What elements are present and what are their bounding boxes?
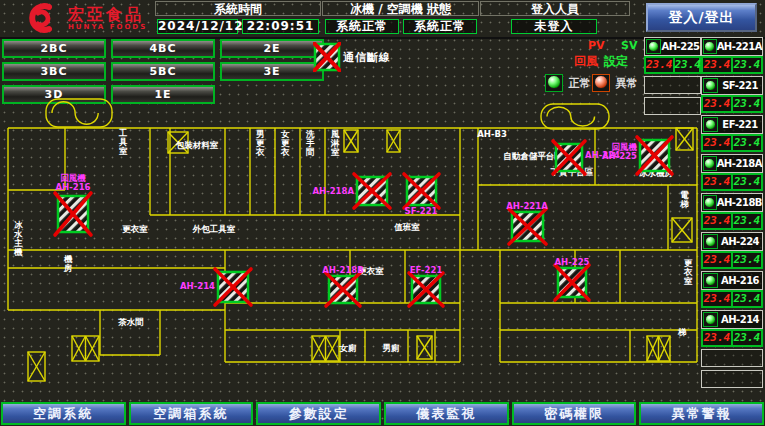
unit-name-label: AH-214 — [718, 314, 762, 325]
unit-panel-a: AH-22523.423.4 — [644, 37, 701, 118]
unit-temps-AH-218A: 23.423.4 — [701, 173, 763, 191]
fan-label: AH-216 — [56, 182, 91, 192]
unit-name-label: AH-218B — [717, 197, 762, 208]
sv-value: 23.4 — [675, 58, 702, 72]
room-label: AH-B3 — [477, 129, 507, 139]
room-label: 女更衣 — [280, 129, 290, 157]
room-label: 冰水主機 — [13, 220, 23, 257]
fan-label: EF-221 — [410, 265, 443, 275]
floor-plan: 工具室包裝材料室冰水主機機房更衣室外包工具室男更衣女更衣洗手間風淋室AH-B3自… — [0, 90, 705, 402]
sv-value: 23.4 — [733, 136, 761, 150]
comm-error-icon — [313, 42, 341, 72]
floor-button-3BC[interactable]: 3BC — [2, 62, 106, 81]
pv-value: 23.4 — [703, 58, 733, 72]
unit-AH-214[interactable]: AH-214 — [701, 310, 763, 329]
brand-logo-icon — [22, 2, 62, 34]
unit-temps-SF-221: 23.423.4 — [701, 95, 763, 113]
nav-button-1[interactable]: 空調系統 — [1, 402, 126, 425]
fan-SF-221[interactable]: SF-221 — [404, 174, 439, 216]
room-label: 梯 — [677, 327, 687, 337]
normal-lamp-icon — [545, 74, 563, 92]
unit-AH-218A[interactable]: AH-218A — [701, 154, 763, 173]
unit-AH-221A[interactable]: AH-221A — [701, 37, 763, 56]
sv-value: 23.4 — [733, 253, 761, 267]
fan-AH-216[interactable]: 回風機AH-216 — [55, 173, 91, 235]
scada-screen: 宏亞食品 HUNYA FOODS 系統時間 2024/12/12 22:09:5… — [0, 0, 765, 426]
sv-value: 23.4 — [733, 97, 761, 111]
header-bar: 宏亞食品 HUNYA FOODS 系統時間 2024/12/12 22:09:5… — [0, 0, 765, 39]
fan-label: AH-225 — [555, 257, 590, 267]
unit-status-lamp — [703, 117, 718, 132]
fan-AH-225[interactable]: AH-225 — [555, 257, 590, 300]
legend-abnormal: 異常 — [592, 72, 638, 92]
shaft-x-icon — [344, 130, 358, 152]
stairs-icon — [46, 99, 112, 127]
room-label: 茶水間 — [117, 317, 144, 327]
floor-button-3E[interactable]: 3E — [220, 62, 324, 81]
fan-label: AH-225 — [602, 151, 637, 161]
room-label: 風淋室 — [330, 129, 340, 157]
fan-AH-221A[interactable]: AH-221A — [506, 201, 548, 244]
floor-button-row: 3BC5BC3E — [2, 62, 324, 81]
pv-value: 23.4 — [703, 253, 733, 267]
shaft-x-icon — [72, 336, 99, 361]
legend-normal-label: 正常 — [569, 77, 591, 90]
pv-value: 23.4 — [703, 136, 733, 150]
empty-unit-slot — [644, 97, 701, 115]
room-label: 包裝材料室 — [175, 140, 219, 150]
unit-name-label: AH-221A — [717, 41, 762, 52]
nav-button-3[interactable]: 參數設定 — [256, 402, 381, 425]
nav-button-6[interactable]: 異常警報 — [639, 402, 764, 425]
pv-label: PV — [588, 39, 605, 52]
unit-EF-221[interactable]: EF-221 — [701, 115, 763, 134]
unit-status-lamp — [703, 156, 717, 171]
unit-name-label: AH-225 — [661, 41, 700, 52]
fan-label: AH-218B — [322, 265, 363, 275]
unit-name-label: SF-221 — [718, 80, 762, 91]
unit-temps-AH-221A: 23.423.4 — [701, 56, 763, 74]
floor-button-2BC[interactable]: 2BC — [2, 39, 106, 58]
floor-button-5BC[interactable]: 5BC — [111, 62, 215, 81]
comm-error-label: 通信斷線 — [343, 50, 391, 65]
unit-name-label: AH-224 — [718, 236, 762, 247]
nav-button-5[interactable]: 密碼權限 — [512, 402, 637, 425]
unit-AH-216[interactable]: AH-216 — [701, 271, 763, 290]
shaft-x-icon — [417, 336, 432, 359]
sv-label: SV — [621, 39, 637, 52]
fan-AH-214[interactable]: AH-214 — [180, 269, 251, 305]
unit-status-lamp — [703, 312, 718, 327]
unit-SF-221[interactable]: SF-221 — [701, 76, 763, 95]
room-label: 工具室 — [118, 128, 128, 156]
floor-button-2E[interactable]: 2E — [220, 39, 324, 58]
room-label: 男廁 — [382, 343, 401, 353]
bottom-nav: 空調系統空調箱系統參數設定儀表監視密碼權限異常警報 — [1, 402, 764, 425]
unit-AH-224[interactable]: AH-224 — [701, 232, 763, 251]
fan-EF-221[interactable]: EF-221 — [409, 265, 443, 306]
login-logout-button[interactable]: 登入/登出 — [646, 3, 757, 32]
nav-button-2[interactable]: 空調箱系統 — [129, 402, 254, 425]
shaft-x-icon — [676, 128, 693, 150]
system-time-label: 系統時間 — [155, 1, 321, 16]
unit-AH-225[interactable]: AH-225 — [644, 37, 701, 56]
ac-status-value: 系統正常 — [403, 19, 477, 34]
pv-value: 23.4 — [703, 214, 733, 228]
unit-AH-218B[interactable]: AH-218B — [701, 193, 763, 212]
unit-status-lamp — [703, 39, 717, 54]
fan-AH-218B[interactable]: AH-218B — [322, 265, 363, 306]
fan-AH-225-RF[interactable]: 回風機AH-225 — [602, 137, 672, 174]
fan-label: AH-214 — [180, 281, 215, 291]
fan-AH-218A[interactable]: AH-218A — [312, 174, 390, 208]
plan-walls — [8, 128, 697, 362]
login-state-value: 未登入 — [511, 19, 597, 34]
room-label: 更衣室 — [683, 258, 693, 286]
unit-temps-AH-218B: 23.423.4 — [701, 212, 763, 230]
shaft-x-icon — [647, 336, 670, 361]
nav-button-4[interactable]: 儀表監視 — [384, 402, 509, 425]
brand-logo: 宏亞食品 HUNYA FOODS — [22, 2, 147, 34]
room-label: 女廁 — [339, 343, 358, 353]
login-user-label: 登入人員 — [480, 1, 630, 16]
fan-label: AH-221A — [506, 201, 548, 211]
room-label: 男更衣 — [255, 129, 265, 157]
floor-button-4BC[interactable]: 4BC — [111, 39, 215, 58]
sv-desc-label: 設定 — [604, 53, 628, 70]
